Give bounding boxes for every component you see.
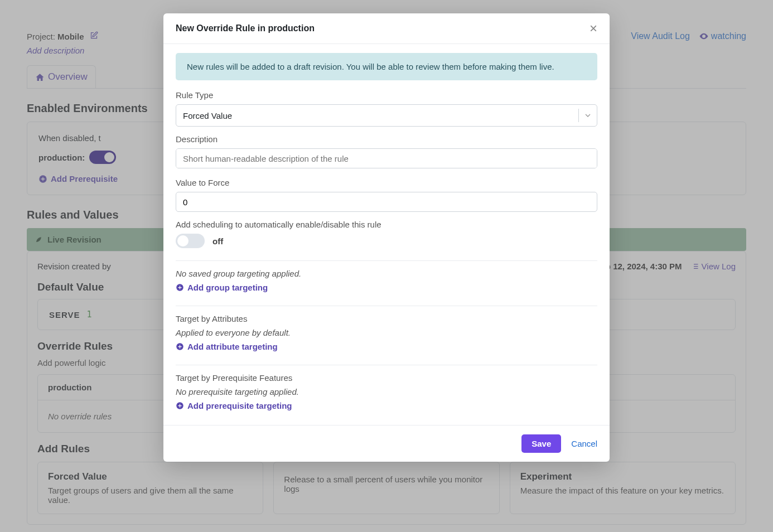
add-attribute-targeting-label: Add attribute targeting <box>187 342 278 351</box>
plus-circle-icon <box>176 342 184 351</box>
target-prereq-none: No prerequisite targeting applied. <box>176 387 597 396</box>
add-prerequisite-targeting-label: Add prerequisite targeting <box>187 401 292 410</box>
new-override-rule-modal: New Override Rule in production × New ru… <box>163 13 610 462</box>
modal-body: New rules will be added to a draft revis… <box>163 44 610 425</box>
rule-type-select[interactable]: Forced Value <box>176 104 597 127</box>
description-input[interactable] <box>176 148 597 168</box>
plus-circle-icon <box>176 402 184 410</box>
cancel-button[interactable]: Cancel <box>571 439 597 448</box>
value-to-force-label: Value to Force <box>176 178 597 187</box>
target-attributes-default: Applied to everyone by default. <box>176 328 597 337</box>
value-to-force-input[interactable] <box>176 192 597 212</box>
add-attribute-targeting-link[interactable]: Add attribute targeting <box>176 342 278 351</box>
modal-footer: Save Cancel <box>163 425 610 462</box>
scheduling-label: Add scheduling to automatically enable/d… <box>176 220 597 229</box>
scheduling-toggle[interactable] <box>176 234 205 248</box>
modal-title: New Override Rule in production <box>176 23 315 33</box>
chevron-down-icon <box>583 111 592 120</box>
rule-type-label: Rule Type <box>176 90 597 100</box>
target-attributes-label: Target by Attributes <box>176 314 597 323</box>
rule-type-value: Forced Value <box>183 111 232 120</box>
draft-info-alert: New rules will be added to a draft revis… <box>176 53 597 80</box>
add-prerequisite-targeting-link[interactable]: Add prerequisite targeting <box>176 401 292 410</box>
add-group-targeting-label: Add group targeting <box>187 283 268 292</box>
page-background: Project: Mobile View Audit Log watching … <box>0 0 773 532</box>
description-label: Description <box>176 134 597 144</box>
scheduling-state-label: off <box>212 236 223 246</box>
group-targeting-none: No saved group targeting applied. <box>176 269 597 278</box>
add-group-targeting-link[interactable]: Add group targeting <box>176 283 268 292</box>
plus-circle-icon <box>176 283 184 292</box>
save-button[interactable]: Save <box>521 434 561 453</box>
modal-header: New Override Rule in production × <box>163 13 610 44</box>
modal-overlay: New Override Rule in production × New ru… <box>0 0 773 532</box>
target-prereq-label: Target by Prerequisite Features <box>176 373 597 383</box>
close-icon[interactable]: × <box>590 22 597 35</box>
